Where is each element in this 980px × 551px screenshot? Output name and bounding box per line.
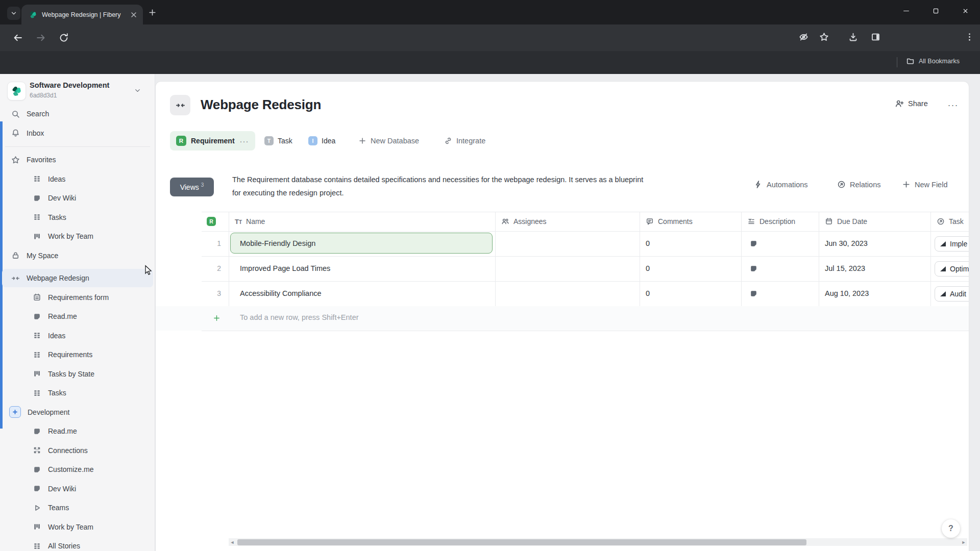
description-doc-icon[interactable] <box>749 289 758 298</box>
grid-line <box>930 212 931 306</box>
maximize-button[interactable] <box>921 0 950 21</box>
sidebar-item-tasks[interactable]: Tasks <box>2 208 153 227</box>
sidebar-item-requirements-form[interactable]: Requirements form <box>2 288 153 307</box>
reload-button[interactable] <box>59 33 69 43</box>
sidebar-item-read-me[interactable]: Read.me <box>2 307 153 325</box>
action-label: Automations <box>767 181 808 189</box>
add-row[interactable]: To add a new row, press Shift+Enter <box>156 306 969 331</box>
column-header-assignees[interactable]: Assignees <box>501 212 547 231</box>
description-doc-icon[interactable] <box>749 239 758 248</box>
automations-button[interactable]: Automations <box>754 180 808 189</box>
column-header-task[interactable]: Task <box>937 212 964 231</box>
sidebar-item-tasks-by-state[interactable]: Tasks by State <box>2 365 153 383</box>
cell-comments[interactable]: 0 <box>646 289 650 297</box>
sidebar-item-work-by-team[interactable]: Work by Team <box>2 227 153 245</box>
sidebar-item-label: Connections <box>48 446 88 455</box>
tab-search-button[interactable] <box>7 7 20 20</box>
sidebar-item-search[interactable]: Search <box>2 105 153 123</box>
bookmark-star-icon[interactable] <box>819 32 829 42</box>
help-button[interactable]: ? <box>942 519 960 538</box>
new-field-button[interactable]: New Field <box>902 180 947 189</box>
download-icon[interactable] <box>848 32 858 42</box>
cell-comments[interactable]: 0 <box>646 264 650 272</box>
db-tab-more-icon[interactable]: ··· <box>240 137 249 145</box>
cell-due-date[interactable]: Aug 10, 2023 <box>825 289 869 297</box>
tab-close-icon[interactable] <box>130 11 138 19</box>
horizontal-scrollbar[interactable]: ◄ ► <box>229 538 967 546</box>
sidebar-item-webpage-redesign[interactable]: Webpage Redesign <box>2 269 153 287</box>
new-database-button[interactable]: New Database <box>358 131 419 151</box>
sidebar-item-label: Requirements form <box>48 293 109 302</box>
sidebar-divider <box>5 146 150 147</box>
workspace-chevron-icon[interactable] <box>134 87 141 94</box>
cell-due-date[interactable]: Jul 15, 2023 <box>825 264 865 272</box>
sidebar-item-label: Teams <box>48 504 69 512</box>
column-header-name[interactable]: TTName <box>235 212 265 231</box>
minimize-icon <box>903 8 910 14</box>
sidebar-item-favorites[interactable]: Favorites <box>2 151 153 169</box>
share-button[interactable]: Share <box>895 99 928 108</box>
sidebar-item-ideas[interactable]: Ideas <box>2 170 153 188</box>
sidebar-item-requirements[interactable]: Requirements <box>2 345 153 364</box>
description-line-2: for executing the redesign project. <box>232 186 748 199</box>
column-header-comments[interactable]: Comments <box>646 212 693 231</box>
db-tab-label: Task <box>278 137 292 145</box>
workspace-switcher[interactable]: Software Development 6ad8d3d1 <box>0 81 155 104</box>
folder-icon <box>906 57 915 65</box>
sidebar-item-customize-me[interactable]: Customize.me <box>2 460 153 479</box>
grid-line <box>229 212 229 306</box>
page-more-button[interactable]: ··· <box>946 98 960 112</box>
back-button[interactable] <box>13 33 23 43</box>
task-chip[interactable]: Audit <box>935 286 969 302</box>
db-tab-requirement[interactable]: RRequirement··· <box>170 131 255 151</box>
db-tab-idea[interactable]: IIdea <box>308 131 335 151</box>
sidebar-item-dev-wiki[interactable]: Dev Wiki <box>2 480 153 498</box>
plus-icon <box>902 180 911 189</box>
privacy-eye-off-icon[interactable] <box>799 32 808 42</box>
browser-tab[interactable]: Webpage Redesign | Fibery <box>21 5 143 24</box>
sidebar-item-read-me[interactable]: Read.me <box>2 422 153 440</box>
sidebar-item-teams[interactable]: Teams <box>2 498 153 517</box>
db-tab-task[interactable]: TTask <box>264 131 292 151</box>
sidebar-item-inbox[interactable]: Inbox <box>2 124 153 142</box>
relations-button[interactable]: Relations <box>837 180 880 189</box>
cell-due-date[interactable]: Jun 30, 2023 <box>825 239 868 247</box>
forward-button[interactable] <box>36 33 46 43</box>
new-tab-button[interactable] <box>148 8 157 17</box>
board-icon <box>33 369 41 378</box>
scroll-right-arrow[interactable]: ► <box>960 538 967 546</box>
browser-chrome: Webpage Redesign | Fibery software-devel… <box>0 0 980 74</box>
cell-comments[interactable]: 0 <box>646 239 650 247</box>
scroll-left-arrow[interactable]: ◄ <box>229 538 236 546</box>
side-panel-icon[interactable] <box>871 32 880 42</box>
sidebar-item-work-by-team[interactable]: Work by Team <box>2 518 153 536</box>
close-icon <box>962 8 969 14</box>
scrollbar-thumb[interactable] <box>237 539 806 545</box>
sidebar-item-ideas[interactable]: Ideas <box>2 327 153 345</box>
minimize-button[interactable] <box>891 0 921 21</box>
sidebar-item-my-space[interactable]: My Space <box>2 246 153 265</box>
column-header-description[interactable]: Description <box>747 212 795 231</box>
sidebar-item-connections[interactable]: Connections <box>2 441 153 460</box>
space-icon[interactable] <box>170 95 190 115</box>
page-title: Webpage Redesign <box>201 97 321 113</box>
sidebar-item-all-stories[interactable]: All Stories <box>2 537 153 551</box>
views-button[interactable]: Views 3 <box>170 178 214 196</box>
grid-icon <box>33 213 41 221</box>
close-window-button[interactable] <box>950 0 980 21</box>
description-doc-icon[interactable] <box>749 264 758 273</box>
arrows-in-icon <box>11 274 20 283</box>
column-header-due-date[interactable]: Due Date <box>825 212 867 231</box>
star-o-icon <box>11 156 20 164</box>
browser-menu-icon[interactable] <box>965 32 974 42</box>
cell-name[interactable]: Improved Page Load Times <box>240 264 330 272</box>
sidebar-item-tasks[interactable]: Tasks <box>2 384 153 402</box>
sidebar-item-development[interactable]: Development <box>2 403 153 421</box>
task-chip[interactable]: Optim <box>935 261 969 277</box>
integrate-button[interactable]: Integrate <box>444 131 485 151</box>
sidebar-item-dev-wiki[interactable]: Dev Wiki <box>2 189 153 207</box>
task-chip[interactable]: Imple <box>935 236 969 252</box>
selected-name-cell[interactable]: Mobile-Friendly Design <box>230 233 493 254</box>
cell-name[interactable]: Accessibility Compliance <box>240 289 322 297</box>
all-bookmarks-button[interactable]: All Bookmarks <box>906 57 960 65</box>
